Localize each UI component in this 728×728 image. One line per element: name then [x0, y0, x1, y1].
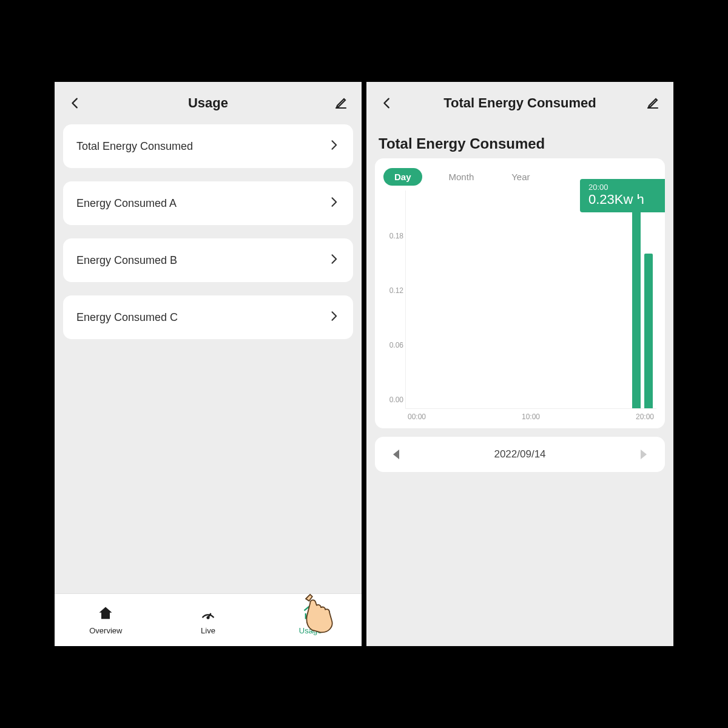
nav-label: Overview — [89, 626, 122, 635]
nav-usage[interactable]: Usage — [280, 605, 341, 635]
list-item-label: Energy Consumed C — [76, 311, 178, 324]
nav-live[interactable]: Live — [178, 605, 238, 635]
y-tick: 0.06 — [389, 341, 403, 349]
date-selector: 2022/09/14 — [375, 437, 665, 472]
edit-icon[interactable] — [644, 95, 661, 112]
usage-list: Total Energy Consumed Energy Consumed A … — [55, 124, 362, 339]
edit-icon[interactable] — [332, 95, 349, 112]
tab-year[interactable]: Year — [500, 168, 541, 186]
chevron-right-icon — [328, 196, 340, 211]
list-item-label: Energy Consumed A — [76, 197, 177, 210]
page-title: Total Energy Consumed — [366, 124, 673, 158]
list-item-label: Energy Consumed B — [76, 254, 177, 267]
nav-label: Live — [201, 626, 215, 635]
selected-date: 2022/09/14 — [494, 448, 545, 460]
next-date-icon[interactable] — [641, 450, 647, 459]
y-tick: 0.18 — [389, 232, 403, 240]
chart-bar[interactable] — [644, 254, 653, 408]
chart-plot-area: 0.000.060.120.18 — [405, 190, 656, 409]
list-item[interactable]: Total Energy Consumed — [63, 124, 353, 168]
energy-detail-screen: Total Energy Consumed Total Energy Consu… — [366, 82, 673, 646]
y-tick: 0.12 — [389, 286, 403, 295]
chevron-right-icon — [328, 253, 340, 268]
chart-x-axis: 00:0010:0020:00 — [405, 409, 656, 423]
chart-card: Day Month Year 20:00 0.23Kw·h 0.000.060.… — [375, 158, 665, 428]
chevron-right-icon — [328, 139, 340, 154]
bottom-nav: Overview Live Usage — [55, 594, 362, 646]
tab-day[interactable]: Day — [383, 168, 422, 186]
x-tick: 10:00 — [522, 413, 540, 421]
x-tick: 00:00 — [408, 413, 426, 421]
chart-icon — [302, 605, 319, 624]
back-icon[interactable] — [379, 95, 396, 112]
header: Usage — [55, 82, 362, 124]
list-item[interactable]: Energy Consumed A — [63, 181, 353, 225]
chart-y-axis: 0.000.060.120.18 — [380, 190, 403, 408]
chevron-right-icon — [328, 310, 340, 325]
list-item[interactable]: Energy Consumed C — [63, 295, 353, 339]
home-icon — [97, 605, 114, 624]
chart-bar[interactable] — [632, 199, 641, 408]
usage-list-screen: Usage Total Energy Consumed Energy Consu… — [55, 82, 362, 646]
list-item[interactable]: Energy Consumed B — [63, 238, 353, 282]
prev-date-icon[interactable] — [393, 450, 399, 459]
header-title: Total Energy Consumed — [443, 95, 596, 111]
back-icon[interactable] — [67, 95, 84, 112]
tab-month[interactable]: Month — [438, 168, 485, 186]
list-item-label: Total Energy Consumed — [76, 140, 193, 153]
nav-label: Usage — [299, 626, 322, 635]
header-title: Usage — [188, 95, 228, 111]
header: Total Energy Consumed — [366, 82, 673, 124]
y-tick: 0.00 — [389, 396, 403, 404]
nav-overview[interactable]: Overview — [75, 605, 136, 635]
gauge-icon — [200, 605, 217, 624]
x-tick: 20:00 — [636, 413, 654, 421]
